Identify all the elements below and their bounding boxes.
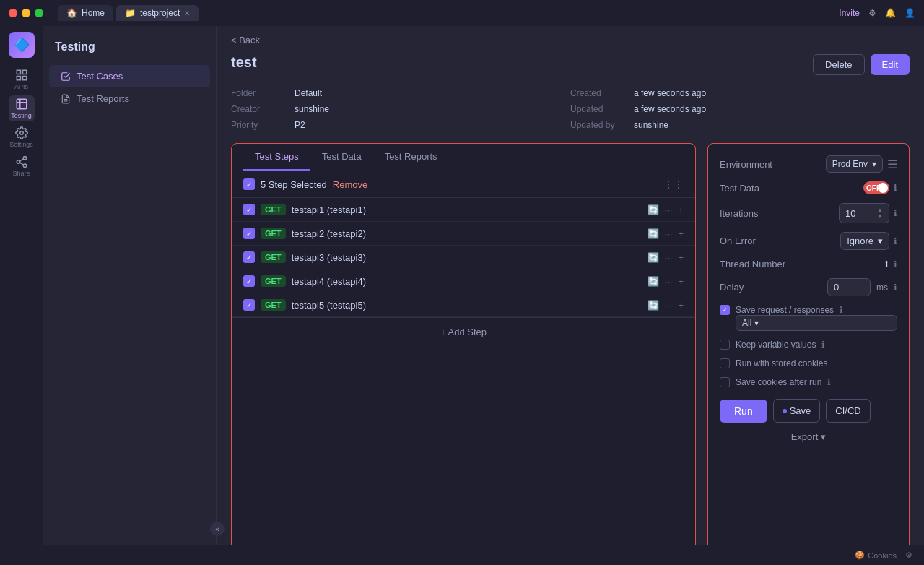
- step-4-method: GET: [261, 275, 286, 287]
- meta-priority: Priority P2: [231, 118, 570, 131]
- cicd-button[interactable]: CI/CD: [826, 399, 870, 423]
- delay-info-icon[interactable]: ℹ: [894, 282, 897, 293]
- run-button[interactable]: Run: [720, 400, 767, 423]
- home-tab[interactable]: 🏠 Home: [58, 5, 113, 21]
- maximize-button[interactable]: [35, 9, 43, 17]
- step-5-method: GET: [261, 299, 286, 311]
- delete-button[interactable]: Delete: [813, 54, 865, 75]
- step-item: GET testapi1 (testapi1) 🔄 ··· +: [232, 198, 695, 222]
- step-3-sync-icon[interactable]: 🔄: [648, 252, 659, 263]
- updated-label: Updated: [570, 104, 628, 114]
- app-container: 🔷 APIs Testing Settings Share Testing Te…: [0, 26, 924, 565]
- step-4-sync-icon[interactable]: 🔄: [648, 276, 659, 287]
- test-data-toggle[interactable]: OFF: [863, 181, 889, 194]
- step-1-more-icon[interactable]: ···: [665, 204, 673, 215]
- sidebar-item-apis[interactable]: APIs: [9, 66, 35, 92]
- settings-bottom-button[interactable]: ⚙: [905, 551, 912, 560]
- step-2-more-icon[interactable]: ···: [665, 228, 673, 239]
- back-nav[interactable]: < Back: [217, 26, 924, 54]
- invite-button[interactable]: Invite: [839, 8, 860, 18]
- keep-variable-info-icon[interactable]: ℹ: [821, 340, 825, 350]
- bulk-actions-icon[interactable]: ⋮⋮: [663, 178, 684, 190]
- step-5-more-icon[interactable]: ···: [665, 300, 673, 311]
- save-responses-filter[interactable]: All ▾: [736, 315, 897, 331]
- tab-close-icon[interactable]: ✕: [184, 9, 190, 17]
- step-3-add-icon[interactable]: +: [678, 252, 684, 263]
- step-item: GET testapi2 (testapi2) 🔄 ··· +: [232, 222, 695, 246]
- step-1-sync-icon[interactable]: 🔄: [648, 204, 659, 215]
- nav-item-test-reports[interactable]: Test Reports: [49, 87, 210, 110]
- save-responses-info-icon[interactable]: ℹ: [840, 305, 843, 315]
- environment-select[interactable]: Prod Env ▾: [826, 155, 883, 173]
- thread-info-icon[interactable]: ℹ: [894, 259, 897, 269]
- save-cookies-info-icon[interactable]: ℹ: [827, 377, 831, 387]
- titlebar: 🏠 Home 📁 testproject ✕ Invite ⚙ 🔔 👤: [0, 0, 924, 26]
- test-steps-panel: Test Steps Test Data Test Reports 5 Step…: [231, 143, 696, 565]
- thread-number-row: Thread Number 1 ℹ: [720, 259, 897, 269]
- step-2-add-icon[interactable]: +: [678, 228, 684, 239]
- sidebar-item-settings[interactable]: Settings: [9, 124, 35, 150]
- tab-test-steps[interactable]: Test Steps: [243, 144, 310, 171]
- iterations-info-icon[interactable]: ℹ: [894, 208, 897, 218]
- on-error-info-icon[interactable]: ℹ: [894, 236, 897, 246]
- filter-chevron-icon: ▾: [754, 318, 759, 328]
- save-cookies-checkbox[interactable]: [720, 377, 730, 387]
- test-data-info-icon[interactable]: ℹ: [894, 183, 897, 193]
- export-chevron-icon: ▾: [821, 431, 826, 442]
- select-all-checkbox[interactable]: [243, 178, 255, 190]
- nav-item-test-cases[interactable]: Test Cases: [49, 65, 210, 87]
- collapse-sidebar-button[interactable]: «: [210, 522, 225, 536]
- delay-input[interactable]: 0: [827, 278, 871, 296]
- step-3-more-icon[interactable]: ···: [665, 252, 673, 263]
- step-2-checkbox[interactable]: [243, 228, 255, 239]
- iterations-arrows[interactable]: ▲ ▼: [877, 207, 883, 220]
- bottom-bar: 🍪 Cookies ⚙: [0, 545, 924, 565]
- on-error-select[interactable]: Ignore ▾: [840, 232, 889, 250]
- step-item: GET testapi5 (testapi5) 🔄 ··· +: [232, 293, 695, 317]
- step-4-more-icon[interactable]: ···: [665, 276, 673, 287]
- step-2-sync-icon[interactable]: 🔄: [648, 228, 659, 239]
- edit-button[interactable]: Edit: [871, 54, 910, 75]
- tab-test-data[interactable]: Test Data: [310, 144, 373, 171]
- nav-test-reports-label: Test Reports: [77, 93, 129, 104]
- thread-number-label: Thread Number: [720, 259, 785, 269]
- bell-icon[interactable]: 🔔: [885, 8, 896, 18]
- step-1-add-icon[interactable]: +: [678, 204, 684, 215]
- step-5-add-icon[interactable]: +: [678, 300, 684, 311]
- step-4-checkbox[interactable]: [243, 275, 255, 287]
- tab-test-reports[interactable]: Test Reports: [373, 144, 449, 171]
- step-3-checkbox[interactable]: [243, 251, 255, 263]
- avatar-icon[interactable]: 👤: [905, 8, 915, 18]
- meta-grid: Folder Default Created a few seconds ago…: [217, 87, 924, 143]
- sidebar-item-testing[interactable]: Testing: [9, 95, 35, 121]
- delay-input-group: 0 ms ℹ: [827, 278, 897, 296]
- add-step-button[interactable]: + Add Step: [232, 317, 695, 346]
- step-5-sync-icon[interactable]: 🔄: [648, 300, 659, 311]
- settings-icon[interactable]: ⚙: [868, 8, 876, 18]
- titlebar-right: Invite ⚙ 🔔 👤: [839, 8, 915, 18]
- save-responses-section: Save request / responses ℹ All ▾: [720, 305, 897, 331]
- sidebar-item-share[interactable]: Share: [9, 153, 35, 179]
- svg-line-8: [19, 163, 23, 165]
- run-cookies-checkbox[interactable]: [720, 358, 730, 368]
- close-button[interactable]: [9, 9, 17, 17]
- iterations-input[interactable]: 10 ▲ ▼: [839, 203, 889, 223]
- remove-link[interactable]: Remove: [333, 179, 367, 190]
- svg-rect-2: [17, 77, 20, 80]
- folder-value: Default: [295, 88, 322, 98]
- step-5-checkbox[interactable]: [243, 299, 255, 311]
- save-button[interactable]: Save: [773, 399, 821, 423]
- step-1-checkbox[interactable]: [243, 204, 255, 215]
- minimize-button[interactable]: [22, 9, 30, 17]
- test-data-label: Test Data: [720, 183, 759, 194]
- save-responses-checkbox[interactable]: [720, 305, 730, 315]
- meta-folder: Folder Default: [231, 87, 570, 100]
- home-icon: 🏠: [66, 8, 77, 18]
- iterations-input-group: 10 ▲ ▼ ℹ: [839, 203, 897, 223]
- export-button[interactable]: Export ▾: [791, 431, 827, 442]
- step-4-add-icon[interactable]: +: [678, 276, 684, 287]
- cookies-button[interactable]: 🍪 Cookies: [855, 551, 897, 560]
- environment-menu-icon[interactable]: ☰: [887, 158, 897, 171]
- keep-variable-checkbox[interactable]: [720, 340, 730, 350]
- project-tab[interactable]: 📁 testproject ✕: [116, 5, 199, 21]
